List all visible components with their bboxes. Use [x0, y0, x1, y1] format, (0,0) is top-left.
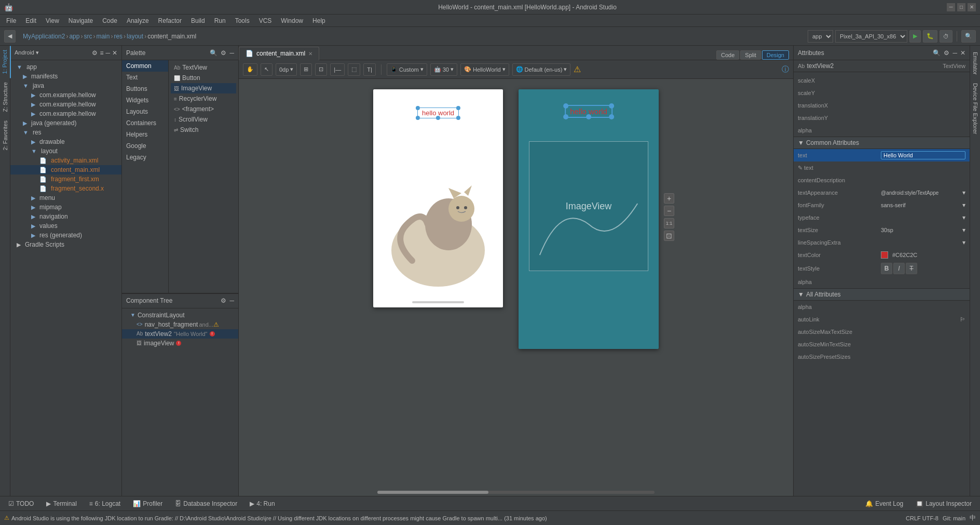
bottom-database[interactable]: 🗄 Database Inspector [171, 499, 241, 508]
breadcrumb-src[interactable]: src [84, 33, 92, 40]
tree-java-gen[interactable]: ▶ java (generated) [10, 118, 121, 128]
comp-nav-host[interactable]: <> nav_host_fragment and... ⚠ [122, 320, 238, 329]
project-tab[interactable]: 1: Project [0, 46, 11, 78]
attr-autosizemax-input[interactable] [881, 329, 965, 335]
tree-mipmap[interactable]: ▶ mipmap [10, 203, 121, 212]
large-handle-b[interactable] [586, 114, 591, 119]
palette-cat-common[interactable]: Common [122, 60, 168, 72]
bottom-run[interactable]: ▶ 4: Run [246, 499, 279, 508]
maximize-button[interactable]: □ [957, 3, 965, 11]
attr-text2-input[interactable] [881, 165, 965, 171]
attr-textsize-input[interactable] [881, 227, 962, 233]
large-handle-br[interactable] [609, 114, 614, 119]
menu-window[interactable]: Window [277, 16, 307, 25]
large-handle-bl[interactable] [563, 114, 568, 119]
palette-switch[interactable]: ⇌ Switch [171, 125, 236, 135]
tree-fragment-first[interactable]: 📄 fragment_first.xm [10, 174, 121, 184]
breadcrumb-app[interactable]: app [69, 33, 79, 40]
large-handle-tl[interactable] [563, 103, 568, 109]
attr-autosizemin-input[interactable] [881, 341, 965, 347]
layout-inspector-tab[interactable]: 🔲 Layout Inspector [911, 499, 976, 508]
canvas-area[interactable]: hello world [239, 79, 793, 496]
attr-textappearance-dropdown[interactable]: ▾ [962, 189, 965, 196]
palette-search-icon[interactable]: 🔍 [210, 49, 217, 57]
bottom-profiler[interactable]: 📊 Profiler [129, 499, 167, 508]
locale-button[interactable]: 🌐 Default (en-us) ▾ [512, 63, 571, 76]
menu-code[interactable]: Code [98, 16, 121, 25]
project-gear-icon[interactable]: ≡ [100, 49, 103, 57]
breadcrumb-layout[interactable]: layout [127, 33, 143, 40]
project-close-icon[interactable]: ─ [105, 49, 110, 57]
select-tool-button[interactable]: ↖ [261, 63, 273, 76]
common-attrs-header[interactable]: ▼ Common Attributes [794, 137, 970, 149]
tree-com1[interactable]: ▶ com.example.hellow [10, 90, 121, 100]
comp-tree-minimize-icon[interactable]: ─ [229, 297, 234, 304]
palette-recyclerview[interactable]: ≡ RecyclerView [171, 93, 236, 104]
palette-settings-icon[interactable]: ⚙ [221, 49, 226, 57]
attr-textappearance-input[interactable] [881, 190, 962, 196]
menu-edit[interactable]: Edit [21, 16, 40, 25]
bottom-terminal[interactable]: ▶ Terminal [42, 499, 80, 508]
attr-translationy-input[interactable] [881, 115, 965, 121]
attr-fontfamily-input[interactable] [881, 202, 962, 208]
tree-gradle[interactable]: ▶ Gradle Scripts [10, 240, 121, 249]
strikethrough-button[interactable]: T [906, 263, 917, 274]
large-canvas-textview[interactable]: hello world [565, 105, 612, 118]
palette-cat-containers[interactable]: Containers [122, 117, 168, 129]
margins-button[interactable]: ⬚ [348, 63, 360, 76]
tree-drawable[interactable]: ▶ drawable [10, 137, 121, 146]
run-config-select[interactable]: app [808, 30, 833, 43]
handle-tl[interactable] [416, 106, 420, 110]
baseline-button[interactable]: T| [363, 63, 376, 76]
breadcrumb-res[interactable]: res [114, 33, 122, 40]
attr-content-desc-input[interactable] [881, 177, 965, 183]
attr-scaley-input[interactable] [881, 90, 965, 96]
device-selector-button[interactable]: 📱 Custom ▾ [387, 63, 427, 76]
guidelines-button[interactable]: |— [330, 63, 345, 76]
minimize-button[interactable]: ─ [947, 3, 955, 11]
tab-close-icon[interactable]: ✕ [308, 51, 312, 57]
tree-java[interactable]: ▼ java [10, 81, 121, 90]
align-tool-button[interactable]: ⊡ [315, 63, 327, 76]
attr-linespacing-input[interactable] [881, 239, 962, 246]
bottom-todo[interactable]: ☑ TODO [4, 499, 38, 508]
tree-com3[interactable]: ▶ com.example.hellow [10, 109, 121, 118]
search-everywhere-button[interactable]: 🔍 [961, 30, 976, 43]
attr-text-input[interactable] [881, 151, 965, 159]
tree-res-gen[interactable]: ▶ res (generated) [10, 231, 121, 240]
project-settings-icon[interactable]: ⚙ [92, 49, 98, 57]
attr-search-icon[interactable]: 🔍 [933, 49, 941, 57]
breadcrumb-main[interactable]: main [96, 33, 110, 40]
close-button[interactable]: ✕ [968, 3, 976, 11]
zoom-dropdown-button[interactable]: 0dp ▾ [276, 63, 297, 76]
zoom-out-button[interactable]: − [664, 206, 674, 216]
palette-cat-google[interactable]: Google [122, 140, 168, 152]
layout-info-icon[interactable]: ⓘ [782, 65, 789, 74]
breadcrumb-file[interactable]: content_main.xml [147, 33, 196, 40]
structure-tab[interactable]: Z: Structure [0, 78, 10, 116]
palette-button[interactable]: ⬜ Button [171, 73, 236, 83]
tree-layout[interactable]: ▼ layout [10, 146, 121, 156]
breadcrumb-myapp[interactable]: MyApplication2 [23, 33, 65, 40]
zoom-in-button[interactable]: + [664, 193, 674, 204]
palette-cat-widgets[interactable]: Widgets [122, 95, 168, 106]
attr-textcolor-swatch[interactable] [881, 251, 888, 259]
palette-cat-helpers[interactable]: Helpers [122, 129, 168, 140]
palette-imageview[interactable]: 🖼 ImageView [171, 83, 236, 93]
constraint-tool-button[interactable]: ⊞ [300, 63, 312, 76]
large-canvas-imageview[interactable]: ImageView [529, 141, 648, 271]
tree-activity-main[interactable]: 📄 activity_main.xml [10, 156, 121, 165]
attr-autosizepreset-input[interactable] [881, 354, 965, 360]
menu-view[interactable]: View [42, 16, 63, 25]
tree-content-main[interactable]: 📄 content_main.xml [10, 165, 121, 174]
attr-fontfamily-dropdown[interactable]: ▾ [962, 201, 965, 209]
all-attrs-header[interactable]: ▼ All Attributes [794, 288, 970, 301]
attr-autolink-input[interactable] [881, 316, 960, 322]
palette-cat-text[interactable]: Text [122, 72, 168, 83]
tree-res[interactable]: ▼ res [10, 128, 121, 137]
palette-minimize-icon[interactable]: ─ [229, 49, 234, 57]
project-minimize-icon[interactable]: ✕ [112, 49, 117, 57]
pan-tool-button[interactable]: ✋ [243, 63, 257, 76]
palette-textview[interactable]: Ab TextView [171, 62, 236, 73]
attr-minimize-icon[interactable]: ─ [952, 49, 957, 57]
